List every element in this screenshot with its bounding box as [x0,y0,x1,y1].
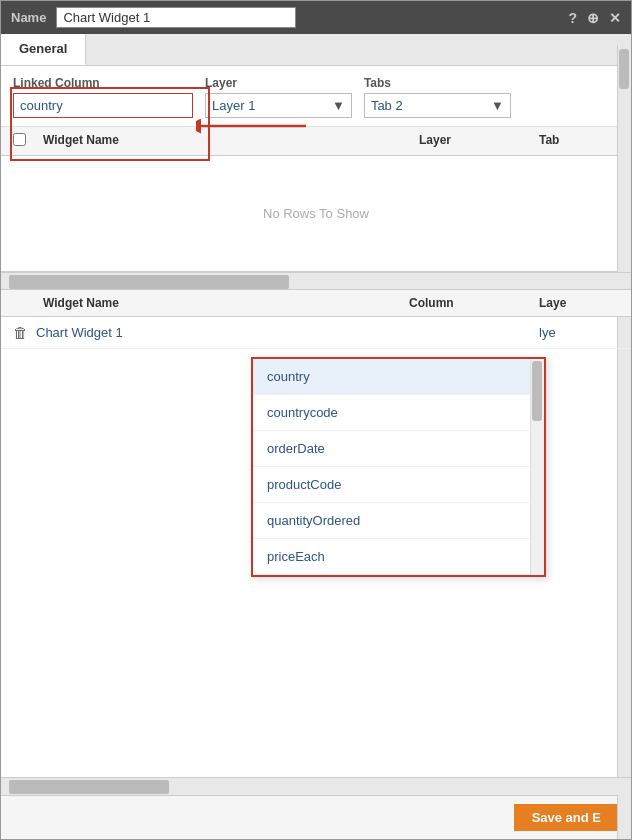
tab-bar: General [1,34,631,66]
top-table-header: Widget Name Layer Tab [1,127,631,156]
table-row: 🗑 Chart Widget 1 lye country countrycode… [1,317,631,349]
title-input[interactable] [56,7,296,28]
col-del-header [13,296,43,310]
dropdown-item-orderdate[interactable]: orderDate [253,431,544,467]
bottom-scroll-thumb [9,780,169,794]
col-lay-header: Laye [539,296,619,310]
dropdown-item-priceeach[interactable]: priceEach [253,539,544,575]
no-rows-message: No Rows To Show [1,156,631,271]
bottom-scrollbar[interactable] [1,777,631,795]
dropdown-item-country[interactable]: country [253,359,544,395]
dropdown-item-productcode[interactable]: productCode [253,467,544,503]
form-row: Linked Column Layer Layer 1 Layer 2 ▼ Ta… [1,66,631,127]
tabs-select[interactable]: Tab 1 Tab 2 Tab 3 [365,94,485,117]
delete-icon[interactable]: 🗑 [13,324,28,341]
tabs-label: Tabs [364,76,511,90]
linked-column-input[interactable] [13,93,193,118]
col-col-header: Column [409,296,539,310]
layer-select-arrow: ▼ [326,98,351,113]
top-table: Widget Name Layer Tab No Rows To Show [1,127,631,272]
dropdown-item-quantityordered[interactable]: quantityOrdered [253,503,544,539]
content: Linked Column Layer Layer 1 Layer 2 ▼ Ta… [1,66,631,795]
name-label: Name [11,10,46,25]
tab-general[interactable]: General [1,34,86,65]
bottom-table-header: Widget Name Column Laye [1,290,631,317]
arrow-left-annotation [196,111,316,144]
footer: Save and E [1,795,631,839]
col-check-header [13,133,43,149]
bottom-table: Widget Name Column Laye 🗑 Chart Widget 1… [1,290,631,795]
col-layer-header: Layer [419,133,539,149]
move-icon[interactable]: ⊕ [587,10,599,26]
row-layer: lye [539,325,619,340]
row-widget-name: Chart Widget 1 [36,325,409,340]
linked-column-field: Linked Column [13,76,193,118]
dialog: Name ? ⊕ ✕ General [0,0,632,840]
dropdown-item-countrycode[interactable]: countrycode [253,395,544,431]
title-icons: ? ⊕ ✕ [568,10,621,26]
help-icon[interactable]: ? [568,10,577,26]
title-bar: Name ? ⊕ ✕ [1,1,631,34]
linked-column-label: Linked Column [13,76,193,90]
tabs-field: Tabs Tab 1 Tab 2 Tab 3 ▼ [364,76,511,118]
select-all-checkbox[interactable] [13,133,26,146]
col-wname-header: Widget Name [43,296,409,310]
column-dropdown[interactable]: country countrycode orderDate productCod… [251,357,546,577]
layer-label: Layer [205,76,352,90]
top-scrollbar[interactable] [1,272,631,290]
col-tab-header: Tab [539,133,619,149]
close-icon[interactable]: ✕ [609,10,621,26]
tabs-select-wrap: Tab 1 Tab 2 Tab 3 ▼ [364,93,511,118]
dropdown-scrollbar[interactable] [530,359,544,575]
tabs-select-arrow: ▼ [485,98,510,113]
dropdown-scroll-thumb [532,361,542,421]
save-button[interactable]: Save and E [514,804,619,831]
right-scroll-thumb [619,49,629,89]
top-scroll-thumb [9,275,289,289]
